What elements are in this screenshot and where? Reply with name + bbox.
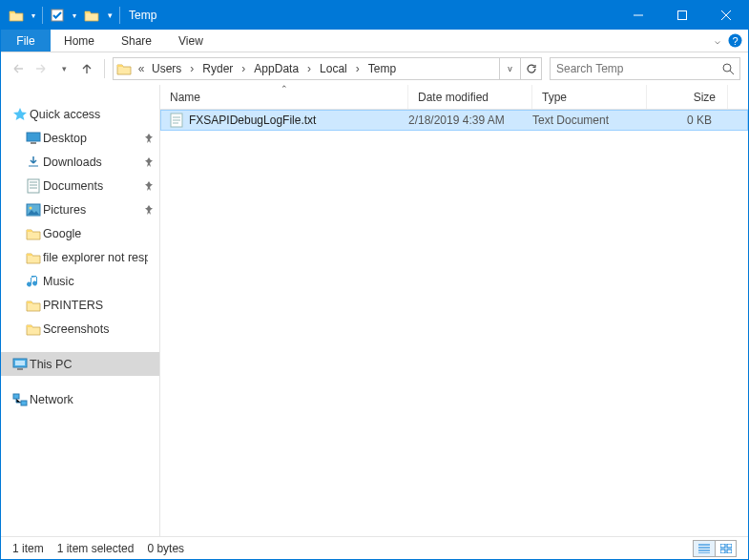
qat-customize-dropdown[interactable]: ▾ [104, 5, 115, 26]
chevron-right-icon[interactable]: › [185, 62, 198, 75]
folder-icon [24, 299, 43, 312]
sort-indicator-icon: ⌃ [281, 84, 288, 93]
view-tab[interactable]: View [165, 30, 217, 52]
file-type: Text Document [532, 114, 647, 127]
svg-point-4 [723, 64, 731, 72]
back-button[interactable] [9, 59, 28, 78]
address-dropdown-button[interactable]: v [499, 58, 520, 79]
sidebar-item[interactable]: Pictures [1, 197, 159, 221]
main-area: Quick access DesktopDownloadsDocumentsPi… [1, 85, 748, 536]
home-tab[interactable]: Home [51, 30, 108, 52]
tree-label: Downloads [43, 156, 102, 169]
tree-label: file explorer not resp [43, 251, 148, 264]
help-icon[interactable]: ? [728, 33, 742, 48]
file-date: 2/18/2019 4:39 AM [408, 114, 532, 127]
pictures-icon [24, 203, 43, 217]
svg-rect-6 [31, 142, 36, 144]
breadcrumb-seg[interactable]: AppData [250, 62, 302, 75]
status-bar: 1 item 1 item selected 0 bytes [1, 536, 748, 559]
network-node[interactable]: Network [1, 387, 159, 411]
chevron-right-icon[interactable]: › [237, 62, 250, 75]
column-label: Name [170, 91, 200, 104]
chevron-right-icon[interactable]: › [302, 62, 316, 75]
breadcrumb-seg[interactable]: Ryder [198, 62, 237, 75]
recent-locations-dropdown[interactable]: ▾ [54, 59, 73, 78]
file-tab[interactable]: File [1, 30, 51, 52]
tree-label: PRINTERS [43, 299, 103, 312]
ribbon-expand-icon[interactable]: ⌵ [715, 35, 720, 46]
minimize-button[interactable] [616, 1, 660, 30]
share-tab[interactable]: Share [108, 30, 165, 52]
search-icon[interactable] [717, 63, 739, 75]
sidebar-item[interactable]: Desktop [1, 126, 159, 150]
column-headers: Name ⌃ Date modified Type Size [160, 85, 748, 110]
window-title: Temp [129, 9, 156, 22]
column-header-name[interactable]: Name ⌃ [160, 85, 408, 109]
file-list[interactable]: FXSAPIDebugLogFile.txt2/18/2019 4:39 AMT… [160, 110, 748, 536]
pin-icon [144, 134, 154, 143]
item-count: 1 item [12, 542, 44, 555]
column-header-size[interactable]: Size [647, 85, 728, 109]
breadcrumb-overflow[interactable]: « [135, 62, 148, 75]
svg-rect-14 [21, 401, 27, 405]
star-icon [10, 107, 30, 122]
breadcrumb-seg[interactable]: Users [148, 62, 185, 75]
titlebar: ▾ ▾ ▾ Temp [1, 1, 748, 30]
qat-dropdown1[interactable]: ▾ [29, 5, 38, 26]
search-input[interactable] [551, 62, 717, 75]
window-controls [616, 1, 748, 30]
maximize-button[interactable] [660, 1, 704, 30]
sidebar-item[interactable]: PRINTERS [1, 293, 159, 317]
qat-separator-2 [119, 7, 120, 24]
folder-icon [24, 227, 43, 240]
qat-properties-icon[interactable] [47, 5, 68, 26]
file-name: FXSAPIDebugLogFile.txt [189, 114, 316, 127]
qat-folder2-icon[interactable] [81, 5, 102, 26]
pin-icon [144, 181, 154, 191]
forward-button[interactable] [31, 59, 51, 78]
navigation-pane: Quick access DesktopDownloadsDocumentsPi… [1, 85, 160, 536]
breadcrumb[interactable]: « Users › Ryder › AppData › Local › Temp… [113, 57, 542, 80]
ribbon-tabs: File Home Share View ⌵ ? [1, 30, 748, 52]
address-bar-row: ▾ « Users › Ryder › AppData › Local › Te… [1, 52, 748, 85]
svg-rect-16 [720, 544, 725, 548]
file-size: 0 KB [647, 114, 723, 127]
column-header-type[interactable]: Type [532, 85, 647, 109]
tree-label: Network [30, 393, 73, 406]
breadcrumb-seg[interactable]: Temp [364, 62, 400, 75]
breadcrumb-seg[interactable]: Local [316, 62, 351, 75]
quick-access-toolbar: ▾ ▾ ▾ [1, 1, 123, 30]
sidebar-item[interactable]: Screenshots [1, 317, 159, 341]
svg-rect-13 [13, 394, 19, 399]
icons-view-button[interactable] [715, 541, 736, 556]
details-view-button[interactable] [694, 541, 715, 556]
file-row[interactable]: FXSAPIDebugLogFile.txt2/18/2019 4:39 AMT… [160, 110, 748, 131]
qat-folder-icon[interactable] [6, 5, 27, 26]
sidebar-item[interactable]: file explorer not resp [1, 245, 159, 269]
desktop-icon [24, 132, 43, 145]
svg-rect-12 [17, 368, 23, 370]
column-header-date[interactable]: Date modified [408, 85, 532, 109]
tree-label: Desktop [43, 132, 87, 145]
refresh-button[interactable] [520, 58, 541, 79]
breadcrumb-folder-icon[interactable] [114, 62, 135, 75]
qat-dropdown2[interactable]: ▾ [70, 5, 79, 26]
close-button[interactable] [704, 1, 748, 30]
text-file-icon [170, 113, 183, 128]
sidebar-item[interactable]: Google [1, 221, 159, 245]
search-box[interactable] [550, 57, 740, 80]
this-pc-node[interactable]: This PC [1, 352, 159, 376]
quick-access-node[interactable]: Quick access [1, 102, 159, 126]
svg-rect-19 [727, 550, 732, 553]
sidebar-item[interactable]: Documents [1, 174, 159, 197]
sidebar-item[interactable]: Music [1, 269, 159, 293]
selection-count: 1 item selected [57, 542, 135, 555]
tree-label: This PC [30, 358, 72, 371]
tree-label: Pictures [43, 203, 86, 217]
view-mode-switcher [693, 540, 737, 557]
sidebar-item[interactable]: Downloads [1, 150, 159, 174]
chevron-right-icon[interactable]: › [351, 62, 364, 75]
pin-icon [144, 205, 154, 215]
up-button[interactable] [77, 59, 96, 78]
tree-label: Screenshots [43, 322, 109, 336]
